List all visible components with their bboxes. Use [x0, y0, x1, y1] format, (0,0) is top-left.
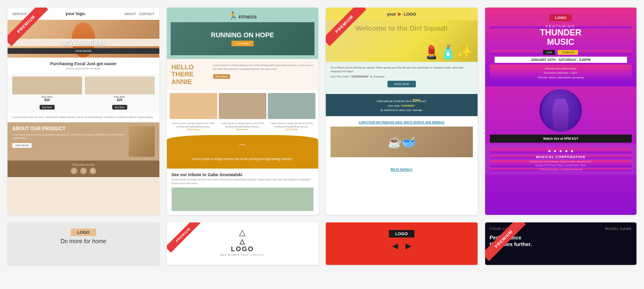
- twitter-icon[interactable]: t: [80, 168, 87, 174]
- about-title: ABOUT OUR PRODUCT: [12, 126, 126, 132]
- artist-image: [539, 89, 582, 132]
- hero-image: NEW ARRIVAL VIEW MORE: [8, 20, 159, 58]
- nav-logo: your logo.: [66, 11, 86, 16]
- left-arrow-icon: ◀: [392, 241, 398, 250]
- template-card-fitness[interactable]: 🏃 FITNESS RUNNING ON HOPE Let's Start HE…: [167, 8, 319, 215]
- red-logo: LOGO: [389, 230, 415, 238]
- music-footer: ● ● ● ● ● MUSICAL CORPORATION Address li…: [485, 144, 637, 175]
- promo-body: As a Mesa you're joining our squad. Were…: [330, 66, 473, 74]
- social-icons: f t in: [12, 168, 155, 174]
- template-gallery: PREMIUM SERVICE your logo. ABOUT CONTACT…: [0, 0, 644, 272]
- beauty-products-bg: Welcome to the Dirt Squad! 💄🧴✨: [326, 20, 478, 62]
- product-btn-1[interactable]: Buy Now: [40, 105, 55, 110]
- nav-links: ABOUT CONTACT: [124, 12, 154, 16]
- promo-section: As a Mesa you're joining our squad. Were…: [326, 62, 478, 94]
- tagline-title: Purchasing Focal Just got easier: [12, 61, 155, 66]
- product-price-2: $25: [85, 98, 155, 102]
- nav-bar: SERVICE your logo. ABOUT CONTACT: [8, 8, 159, 20]
- copyright: © Music Company — All Rights Reserved: [490, 168, 632, 171]
- right-arrow-icon: ▶: [405, 241, 411, 250]
- products-grid: Ray-Ban $20 Buy Now Ray-Ban $25 Buy Now: [8, 74, 159, 113]
- beauty-top: your▶LOGO: [326, 8, 478, 20]
- facebook-icon[interactable]: f: [71, 168, 77, 174]
- gallery-item-2: [219, 93, 266, 119]
- about-body: Lorem ipsum dolor sit amet, consectetur …: [12, 133, 126, 140]
- gallery-caption-1: Lorem ipsum is simply dummy text of the …: [170, 122, 217, 131]
- detail-1: Intimate live performance: [495, 67, 627, 71]
- skin-link[interactable]: Learn how we improve your skin's texture…: [330, 120, 473, 125]
- tagline-subtitle: Lorem ipsum dolor sit amet.: [12, 67, 155, 70]
- save-now-btn[interactable]: SAVE NOW: [388, 81, 416, 87]
- follow-text: FOLLOW US ON: [12, 163, 155, 166]
- tonight-tag: TONIGHT: [558, 50, 578, 55]
- tribute-body: Lorem ipsum is simply dummy text of the …: [172, 178, 314, 185]
- intro-body: Lorem ipsum is simply dummy text of the …: [213, 64, 314, 71]
- about-text-block: ABOUT OUR PRODUCT Lorem ipsum dolor sit …: [12, 126, 126, 148]
- social-links: ● ● ● ● ●: [490, 148, 632, 153]
- home-logo-section: LOGO Do more for home: [8, 222, 159, 249]
- best-sellers-link[interactable]: Best Sellers: [391, 167, 413, 171]
- product-item-1[interactable]: Ray-Ban $20 Buy Now: [12, 76, 82, 110]
- instagram-icon[interactable]: in: [90, 168, 96, 174]
- date-bar: JANUARY 24TH - SATURDAY - 5.00PM: [495, 57, 627, 63]
- gallery-item-3: [268, 93, 315, 119]
- template-card-fitness2-partial[interactable]: PREMIUM △ △ LOGO MEN WOMEN SHOP CONTACT: [167, 222, 319, 265]
- gallery-item-1: [170, 93, 217, 119]
- about-btn[interactable]: VIEW MORE: [12, 143, 32, 148]
- tech-logo: YOUR LOGO: [490, 227, 514, 230]
- tribute-title: See our tribute to Gabe Grunwalski: [172, 172, 314, 177]
- intl-text: International residents save 20% too! Us…: [330, 98, 473, 113]
- template-card-home-partial[interactable]: LOGO Do more for home: [8, 222, 159, 265]
- gallery-caption-2: Lorem ipsum is simply dummy text of the …: [219, 122, 266, 131]
- tech-content: YOUR LOGO MODEL NAME Performance that go…: [485, 222, 637, 253]
- tech-model: MODEL NAME: [605, 227, 632, 230]
- gallery-captions: Lorem ipsum is simply dummy text of the …: [167, 122, 319, 133]
- template-card-fashion[interactable]: PREMIUM SERVICE your logo. ABOUT CONTACT…: [8, 8, 159, 215]
- premium-ribbon-partial-2: PREMIUM: [167, 222, 200, 255]
- music-title: THUNDER MUSIC: [490, 28, 632, 47]
- tech-header: YOUR LOGO MODEL NAME: [490, 227, 632, 230]
- fitness2-logo: △ LOGO: [231, 238, 254, 253]
- template-card-tech-partial[interactable]: PREMIUM YOUR LOGO MODEL NAME Performance…: [485, 222, 637, 265]
- fitness-top-bar: 🏃 FITNESS RUNNING ON HOPE Let's Start: [167, 8, 319, 59]
- facebook-icon[interactable]: ●: [548, 148, 551, 153]
- detail-2: Exclusive interview + Q&A: [495, 71, 627, 76]
- youtube-icon[interactable]: ●: [570, 148, 573, 153]
- skin-section: Learn how we improve your skin's texture…: [326, 116, 478, 161]
- tech-title: Performance that goes further.: [490, 234, 632, 248]
- hero-cta-btn[interactable]: VIEW MORE: [8, 48, 159, 54]
- footer-links: Address link, email address, phone numbe…: [490, 160, 632, 167]
- template-card-red-partial[interactable]: LOGO ◀ ▶: [326, 222, 478, 265]
- product-btn-2[interactable]: Buy Now: [112, 105, 127, 110]
- intro-right-block: Lorem ipsum is simply dummy text of the …: [213, 64, 314, 85]
- instagram-icon[interactable]: ●: [565, 148, 568, 153]
- corp-name: MUSICAL CORPORATION: [490, 155, 632, 159]
- nav-service: SERVICE: [12, 12, 27, 16]
- intl-section: International residents save 20% too! Us…: [326, 94, 478, 117]
- watch-btn[interactable]: Watch live at 5PM EST: [490, 135, 632, 143]
- red-arrows: ◀ ▶: [329, 241, 475, 250]
- linkedin-icon[interactable]: ●: [559, 148, 562, 153]
- product-item-2[interactable]: Ray-Ban $25 Buy Now: [85, 76, 155, 110]
- intro-btn[interactable]: Read More: [213, 74, 231, 79]
- fitness2-nav: MEN WOMEN SHOP CONTACT: [220, 254, 265, 256]
- tagline-section: Purchasing Focal Just got easier Lorem i…: [8, 58, 159, 74]
- product-image-1: [12, 76, 82, 94]
- live-badge: LIVE TONIGHT: [490, 50, 632, 55]
- fitness-cta-btn[interactable]: Let's Start: [231, 41, 254, 46]
- best-sellers-section: Best Sellers: [326, 161, 478, 175]
- twitter-icon[interactable]: ●: [553, 148, 556, 153]
- tribute-image: [172, 187, 314, 211]
- event-details: Intimate live performance Exclusive inte…: [490, 65, 632, 82]
- template-card-beauty[interactable]: PREMIUM your▶LOGO Welcome to the Dirt Sq…: [326, 8, 478, 215]
- home-tagline: Do more for home: [12, 238, 155, 245]
- fitness-gallery: [167, 90, 319, 122]
- intro-section: HELLO THERE ANNIE Lorem ipsum is simply …: [167, 59, 319, 90]
- tribute-section: See our tribute to Gabe Grunwalski Lorem…: [167, 169, 319, 214]
- fitness2-logo-icon: △: [239, 228, 246, 237]
- template-card-music[interactable]: LOGO FEATURING THUNDER MUSIC LIVE TONIGH…: [485, 8, 637, 215]
- wave-section: ⌒ "Lorem ipsum is simply dummy text of t…: [167, 135, 319, 169]
- body-text: Lorem ipsum dolor sit amet, consectetur …: [8, 113, 159, 122]
- beauty-logo: your▶LOGO: [330, 11, 474, 17]
- fitness-hero-title: RUNNING ON HOPE: [211, 31, 274, 39]
